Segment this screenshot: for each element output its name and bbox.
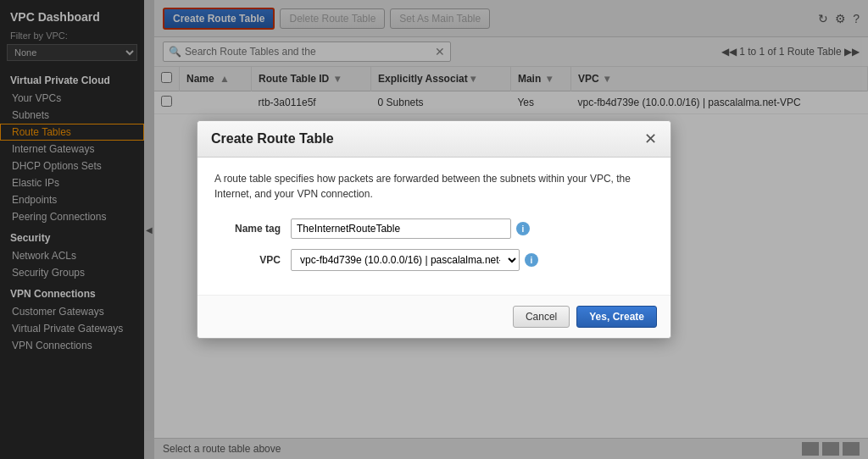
name-tag-info-icon[interactable]: i: [516, 222, 530, 235]
modal-header: Create Route Table ✕: [198, 121, 670, 158]
modal-dialog: Create Route Table ✕ A route table speci…: [197, 120, 671, 339]
name-tag-label: Name tag: [214, 223, 291, 235]
modal-close-button[interactable]: ✕: [644, 131, 657, 147]
cancel-button[interactable]: Cancel: [513, 306, 570, 328]
yes-create-button[interactable]: Yes, Create: [576, 306, 657, 328]
vpc-info-icon[interactable]: i: [525, 253, 538, 267]
modal-title: Create Route Table: [211, 131, 334, 147]
name-tag-input[interactable]: [291, 218, 511, 239]
name-tag-input-wrap: i: [291, 218, 530, 239]
vpc-select-wrap: vpc-fb4d739e (10.0.0.0/16) | pascalalma.…: [291, 249, 538, 271]
name-tag-row: Name tag i: [214, 218, 654, 239]
modal-description: A route table specifies how packets are …: [214, 171, 654, 202]
vpc-select[interactable]: vpc-fb4d739e (10.0.0.0/16) | pascalalma.…: [291, 249, 520, 271]
modal-body: A route table specifies how packets are …: [198, 158, 670, 295]
vpc-label: VPC: [214, 254, 291, 266]
modal-overlay: Create Route Table ✕ A route table speci…: [0, 0, 868, 459]
vpc-row: VPC vpc-fb4d739e (10.0.0.0/16) | pascala…: [214, 249, 654, 271]
modal-footer: Cancel Yes, Create: [198, 295, 670, 338]
